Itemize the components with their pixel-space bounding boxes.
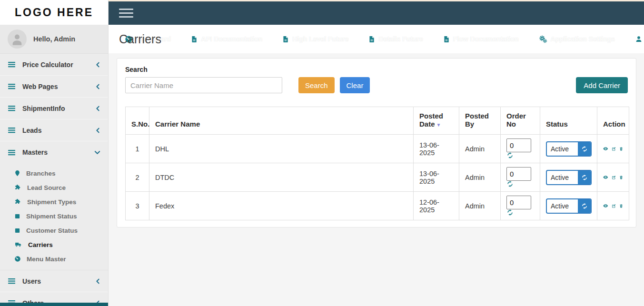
sidebar-item-users[interactable]: Users [0,270,108,292]
toggle-status-button[interactable] [578,199,591,213]
nav-item-label: Application Settings [551,35,615,43]
sidebar-item-label: Price Calculator [22,61,73,69]
col-header-action: Action [597,107,629,135]
col-header-sno: S.No. [126,107,149,135]
cell-status: Active [540,163,597,192]
sync-icon [581,203,588,209]
submenu-item-carriers[interactable]: Carriers [0,237,108,252]
delete-trash-icon[interactable] [619,145,623,153]
puzzle-icon [14,198,21,205]
carriers-table: S.No. Carrier Name Posted Date▼ Posted B… [125,107,629,220]
submenu-item-label: Shipment Types [27,198,76,206]
status-control[interactable]: Active [546,141,592,157]
chevron-down-icon [94,150,100,155]
nav-item-high-level-future[interactable]: High Level Future [282,35,348,43]
chevron-left-icon [95,84,100,89]
content-area: Search Search Clear Add Carrier S.No. Ca… [109,53,644,306]
table-row: 1 DHL 13-06-2025 Admin Active [126,135,629,163]
sidebar-item-masters[interactable]: Masters [0,141,108,163]
sidebar-item-shipmentinfo[interactable]: ShipmentInfo [0,98,108,119]
square-icon [14,213,20,219]
puzzle-icon [14,184,21,191]
status-value: Active [547,174,578,181]
chevron-left-icon [95,106,100,111]
logo[interactable]: LOGO HERE [0,0,108,25]
nav-item-admin[interactable]: Admin [635,35,644,43]
submenu-item-label: Carriers [28,241,53,248]
carriers-card: Search Search Clear Add Carrier S.No. Ca… [117,58,636,227]
nav-item-flow-documentation[interactable]: Flow Documentation [443,35,519,43]
clear-button[interactable]: Clear [340,77,370,93]
col-header-posted-date[interactable]: Posted Date▼ [414,107,459,135]
toggle-status-button[interactable] [578,142,591,156]
cell-actions [597,192,629,220]
refresh-order-icon[interactable] [506,152,514,159]
nav-item-application-settings[interactable]: Application Settings [539,35,615,43]
sidebar-toggle-button[interactable] [119,9,133,18]
order-no-input[interactable] [506,196,531,209]
submenu-item-lead-source[interactable]: Lead Source [0,180,108,195]
order-no-input[interactable] [506,138,531,152]
carrier-name-input[interactable] [125,77,282,93]
square-icon [14,227,20,234]
sidebar-menu: Price Calculator Web Pages ShipmentInfo … [0,54,108,163]
delete-trash-icon[interactable] [619,174,623,181]
sidebar-item-price-calculator[interactable]: Price Calculator [0,54,108,76]
table-row: 3 Fedex 12-06-2025 Admin Active [126,192,629,220]
file-icon [282,35,289,43]
view-eye-icon[interactable] [603,145,608,152]
order-no-input[interactable] [506,167,531,181]
col-header-status: Status [540,107,597,135]
view-eye-icon[interactable] [603,174,608,181]
add-carrier-button[interactable]: Add Carrier [576,77,628,93]
nav-item-details-future[interactable]: Details Future [368,35,423,43]
submenu-item-menu-master[interactable]: Menu Master [0,252,108,266]
submenu-item-customer-status[interactable]: Customer Status [0,223,108,237]
submenu-item-branches[interactable]: Branches [0,166,108,180]
chevron-left-icon [95,62,100,68]
hamburger-icon [119,9,133,10]
submenu-item-shipment-status[interactable]: Shipment Status [0,209,108,223]
cell-order-no [501,163,540,192]
cell-sno: 3 [126,192,149,220]
cell-carrier-name: DHL [149,135,414,163]
submenu-item-shipment-types[interactable]: Shipment Types [0,195,108,209]
file-icon [443,35,450,43]
avatar [8,30,27,49]
cell-status: Active [540,192,597,220]
truck-icon [14,241,22,248]
status-control[interactable]: Active [546,170,592,185]
search-button[interactable]: Search [298,77,335,93]
col-header-posted-by: Posted By [459,107,501,135]
status-control[interactable]: Active [546,198,592,214]
cell-status: Active [540,135,597,163]
sidebar-item-leads[interactable]: Leads [0,119,108,141]
page-title: Carriers [119,32,161,46]
top-nav: Dashboard API Documentation High Level F… [109,25,644,53]
topbar [109,0,644,25]
edit-pencil-icon[interactable] [612,174,616,181]
cell-posted-by: Admin [459,192,501,220]
chevron-left-icon [95,128,100,133]
sidebar-item-web-pages[interactable]: Web Pages [0,76,108,98]
col-header-order-no: Order No [501,107,540,135]
cell-actions [597,135,629,163]
menu-bars-icon [8,149,16,156]
refresh-order-icon[interactable] [506,209,514,216]
nav-item-api-documentation[interactable]: API Documentation [191,35,262,43]
view-eye-icon[interactable] [603,202,608,209]
cell-sno: 2 [126,163,149,192]
chevron-left-icon [95,278,100,284]
cell-sno: 1 [126,135,149,163]
table-row: 2 DTDC 13-06-2025 Admin Active [126,163,629,192]
refresh-order-icon[interactable] [506,180,514,188]
toggle-status-button[interactable] [578,171,591,184]
delete-trash-icon[interactable] [619,202,623,210]
status-value: Active [547,145,578,153]
edit-pencil-icon[interactable] [612,202,616,210]
sidebar: LOGO HERE Hello, Admin Price Calculator … [0,0,109,306]
user-icon [635,35,643,43]
edit-pencil-icon[interactable] [612,145,616,153]
masters-submenu: Branches Lead Source Shipment Types Ship… [0,163,108,270]
submenu-item-label: Branches [26,170,56,177]
